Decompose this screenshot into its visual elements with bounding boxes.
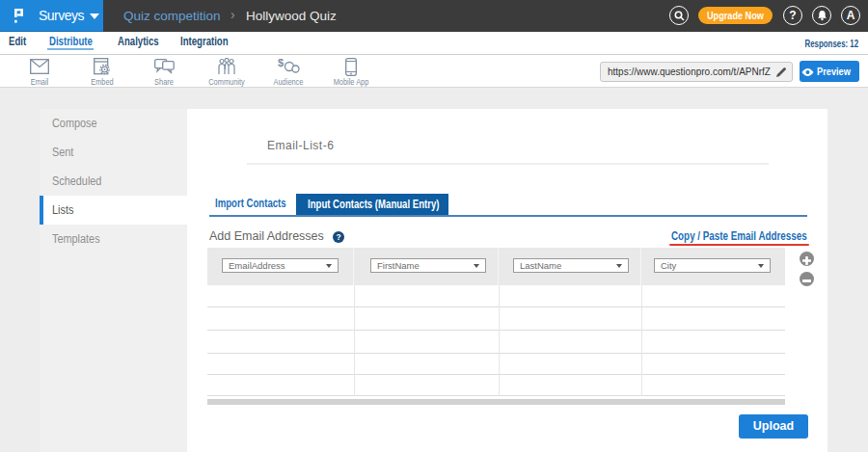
- svg-text:$: $: [278, 58, 284, 68]
